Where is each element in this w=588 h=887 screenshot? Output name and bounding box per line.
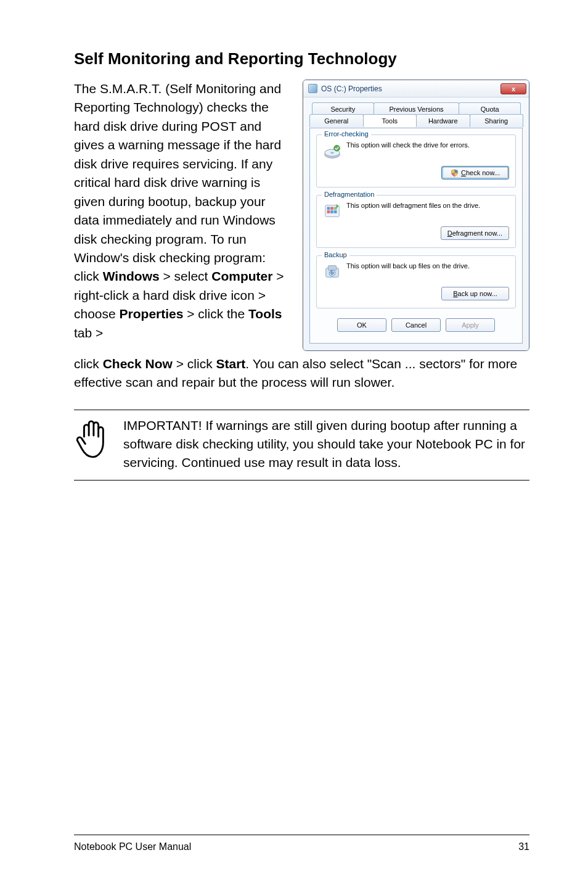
group-title-error: Error-checking xyxy=(322,130,371,138)
group-defragmentation: Defragmentation This option will defragm… xyxy=(316,195,516,248)
page-footer: Notebook PC User Manual 31 xyxy=(74,835,529,852)
tab-tools[interactable]: Tools xyxy=(363,114,417,127)
tab-sharing[interactable]: Sharing xyxy=(470,114,524,127)
group-text-defrag: This option will defragment files on the… xyxy=(346,202,509,209)
section-heading: Self Monitoring and Reporting Technology xyxy=(74,49,529,68)
backup-now-button[interactable]: Back up now... xyxy=(441,287,509,300)
svg-rect-12 xyxy=(328,266,336,271)
uac-shield-icon xyxy=(451,169,459,177)
group-title-defrag: Defragmentation xyxy=(322,191,377,198)
svg-rect-6 xyxy=(330,207,333,210)
apply-button[interactable]: Apply xyxy=(446,318,495,332)
group-text-error: This option will check the drive for err… xyxy=(346,141,509,149)
tab-hardware[interactable]: Hardware xyxy=(416,114,470,127)
error-check-icon xyxy=(323,141,341,160)
footer-page-number: 31 xyxy=(518,841,529,852)
cancel-button[interactable]: Cancel xyxy=(391,318,441,332)
tab-general[interactable]: General xyxy=(309,114,364,127)
body-paragraph-after: click Check Now > click Start. You can a… xyxy=(74,355,529,392)
important-note-text: IMPORTANT! If warnings are still given d… xyxy=(123,416,529,471)
backup-icon xyxy=(323,262,341,281)
tab-content-tools: Error-checking This option will check th… xyxy=(309,128,523,344)
tab-strip: Security Previous Versions Quota General… xyxy=(309,102,523,128)
svg-rect-5 xyxy=(327,207,330,210)
group-text-backup: This option will back up files on the dr… xyxy=(346,262,509,270)
footer-left: Notebook PC User Manual xyxy=(74,841,191,852)
svg-rect-10 xyxy=(334,210,337,213)
ok-button[interactable]: OK xyxy=(337,318,386,332)
dialog-footer: OK Cancel Apply xyxy=(316,316,516,334)
group-backup: Backup This option will back up file xyxy=(316,255,516,308)
hand-stop-icon xyxy=(74,416,110,463)
close-button[interactable]: x xyxy=(500,83,526,94)
check-now-button[interactable]: Check now... xyxy=(441,166,509,179)
svg-point-2 xyxy=(330,152,334,154)
important-note: IMPORTANT! If warnings are still given d… xyxy=(74,410,529,481)
defragment-icon xyxy=(323,202,341,220)
backup-now-label: Back up now... xyxy=(453,290,497,297)
drive-icon xyxy=(308,84,317,93)
defragment-now-label: Defragment now... xyxy=(447,229,502,237)
tab-security[interactable]: Security xyxy=(312,102,374,115)
properties-dialog: OS (C:) Properties x Security Previous V… xyxy=(303,80,529,351)
check-now-label: Check now... xyxy=(461,169,500,176)
titlebar: OS (C:) Properties x xyxy=(303,80,529,97)
svg-rect-8 xyxy=(327,210,330,213)
defragment-now-button[interactable]: Defragment now... xyxy=(441,226,509,240)
group-title-backup: Backup xyxy=(322,251,349,258)
body-paragraph-left: The S.M.A.R.T. (Self Monitoring and Repo… xyxy=(74,80,292,342)
tab-previous-versions[interactable]: Previous Versions xyxy=(374,102,460,115)
group-error-checking: Error-checking This option will check th… xyxy=(316,134,516,188)
dialog-title: OS (C:) Properties xyxy=(321,85,500,93)
tab-quota[interactable]: Quota xyxy=(459,102,521,115)
svg-rect-9 xyxy=(330,210,333,213)
